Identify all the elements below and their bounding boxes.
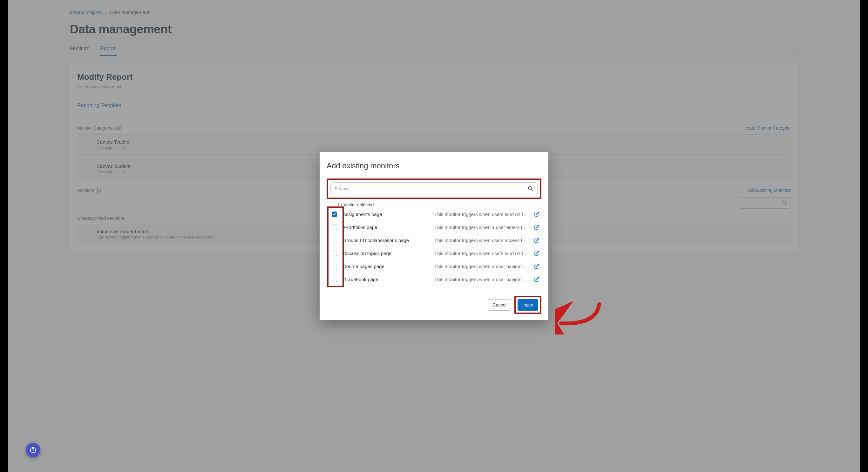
svg-line-5: [531, 189, 533, 191]
modal-search[interactable]: [331, 182, 537, 195]
monitor-desc: This monitor triggers when users access …: [434, 238, 528, 243]
modal-title: Add existing monitors: [327, 161, 541, 170]
external-link-icon[interactable]: [534, 212, 539, 217]
svg-line-11: [536, 277, 539, 280]
monitor-desc: This monitor triggers when a user naviga…: [434, 277, 528, 282]
monitor-checkbox[interactable]: [332, 212, 337, 217]
monitor-row[interactable]: Gradebook pageThis monitor triggers when…: [327, 273, 541, 286]
svg-point-4: [528, 186, 532, 190]
svg-line-10: [536, 264, 539, 267]
monitor-name: Groups LTI collaborations page: [343, 238, 429, 243]
add-existing-monitors-modal: Add existing monitors 1 monitor selected…: [320, 152, 548, 320]
modal-search-input[interactable]: [335, 186, 528, 191]
annotation-highlight-insert: Insert: [515, 296, 541, 314]
svg-line-8: [536, 238, 539, 241]
svg-line-6: [536, 212, 539, 215]
annotation-highlight-search: [327, 179, 541, 199]
cancel-button[interactable]: Cancel: [488, 299, 511, 311]
monitor-desc: This monitor triggers when users land on…: [434, 212, 528, 217]
external-link-icon[interactable]: [534, 225, 539, 230]
external-link-icon[interactable]: [534, 251, 539, 256]
monitor-row[interactable]: Assignments pageThis monitor triggers wh…: [327, 208, 541, 221]
monitor-checkbox[interactable]: [332, 251, 337, 256]
monitor-name: Discussion topics page: [343, 251, 429, 256]
svg-line-9: [536, 251, 539, 254]
monitor-checkbox[interactable]: [332, 238, 337, 243]
monitor-row[interactable]: Discussion topics pageThis monitor trigg…: [327, 247, 541, 260]
monitor-list: Assignments pageThis monitor triggers wh…: [327, 208, 541, 286]
monitor-row[interactable]: ePortfolios pageThis monitor triggers wh…: [327, 221, 541, 234]
external-link-icon[interactable]: [534, 277, 539, 282]
monitor-checkbox[interactable]: [332, 277, 337, 282]
search-icon: [528, 186, 533, 192]
monitor-name: Assignments page: [343, 212, 429, 217]
monitor-desc: This monitor triggers when a user enters…: [434, 225, 528, 230]
monitor-name: ePortfolios page: [343, 225, 429, 230]
svg-line-7: [536, 225, 539, 228]
monitor-row[interactable]: Course pages pageThis monitor triggers w…: [327, 260, 541, 273]
insert-button[interactable]: Insert: [518, 299, 538, 311]
monitor-name: Gradebook page: [343, 277, 429, 282]
monitor-name: Course pages page: [343, 264, 429, 269]
selected-count: 1 monitor selected: [337, 202, 541, 207]
external-link-icon[interactable]: [534, 238, 539, 243]
monitor-desc: This monitor triggers when a user naviga…: [434, 264, 528, 269]
svg-point-3: [33, 451, 33, 452]
question-icon: [30, 447, 36, 453]
monitor-desc: This monitor triggers when users land on…: [434, 251, 528, 256]
external-link-icon[interactable]: [534, 264, 539, 269]
help-button[interactable]: [26, 443, 40, 458]
monitor-row[interactable]: Groups LTI collaborations pageThis monit…: [327, 234, 541, 247]
monitor-checkbox[interactable]: [332, 264, 337, 269]
monitor-checkbox[interactable]: [332, 225, 337, 230]
